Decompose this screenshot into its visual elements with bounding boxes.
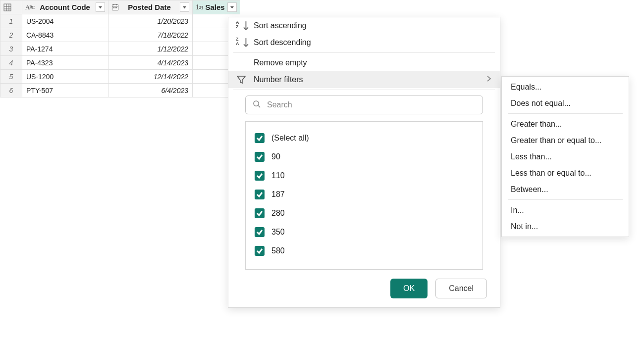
svg-rect-11	[115, 7, 116, 8]
filter-value-label: 90	[271, 152, 280, 161]
filter-in[interactable]: In...	[502, 202, 629, 218]
number-filters-item[interactable]: Number filters	[228, 71, 500, 88]
filter-less-than[interactable]: Less than...	[502, 148, 629, 165]
cell-date[interactable]: 6/4/2023	[108, 84, 193, 97]
row-number[interactable]: 4	[0, 56, 22, 70]
svg-rect-12	[116, 7, 117, 8]
checkbox-icon	[255, 152, 265, 162]
row-number[interactable]: 1	[0, 14, 22, 28]
text-type-icon: ABC	[25, 3, 34, 11]
column-label: Account Code	[37, 3, 93, 11]
ok-button[interactable]: OK	[390, 279, 428, 298]
table-row[interactable]: 1US-20041/20/2023	[0, 14, 240, 28]
menu-separator	[233, 90, 495, 90]
checkbox-icon	[255, 133, 265, 143]
sort-desc-icon: ZA	[236, 38, 247, 48]
cell-date[interactable]: 12/14/2022	[108, 70, 193, 84]
select-all-row[interactable]: (Select all)	[255, 129, 474, 147]
column-label: Sales	[206, 3, 225, 11]
cell-account[interactable]: US-2004	[22, 14, 108, 28]
filter-value-row[interactable]: 350	[255, 223, 474, 241]
menu-separator	[508, 199, 623, 200]
row-number[interactable]: 5	[0, 70, 22, 84]
filter-value-label: 580	[271, 246, 285, 255]
filter-equals[interactable]: Equals...	[502, 79, 629, 95]
chevron-right-icon	[485, 75, 492, 84]
column-filter-dropdown: AZ Sort ascending ZA Sort descending Rem…	[228, 17, 500, 308]
filter-icon	[236, 75, 247, 85]
table-row[interactable]: 4PA-43234/14/2023	[0, 56, 240, 70]
svg-marker-13	[183, 6, 186, 9]
column-header-posted-date[interactable]: Posted Date	[108, 0, 193, 14]
table-row[interactable]: 6PTY-5076/4/2023	[0, 84, 240, 97]
filter-gte[interactable]: Greater than or equal to...	[502, 132, 629, 148]
filter-value-label: 280	[271, 209, 285, 218]
filter-value-label: 187	[271, 190, 285, 199]
cell-account[interactable]: PTY-507	[22, 84, 108, 97]
svg-point-18	[254, 101, 259, 106]
cell-date[interactable]: 1/20/2023	[108, 14, 193, 28]
row-header-corner[interactable]	[0, 0, 22, 14]
column-filter-button[interactable]	[227, 2, 237, 12]
filter-values-list: (Select all) 90110187280350580	[245, 121, 483, 270]
table-row[interactable]: 2CA-88437/18/2022	[0, 28, 240, 42]
filter-value-row[interactable]: 90	[255, 147, 474, 166]
filter-search-box[interactable]	[245, 96, 483, 114]
svg-rect-0	[4, 4, 11, 11]
cell-date[interactable]: 1/12/2022	[108, 42, 193, 56]
column-filter-button[interactable]	[180, 2, 189, 12]
menu-separator	[233, 52, 495, 53]
column-filter-button[interactable]	[96, 2, 105, 12]
filter-does-not-equal[interactable]: Does not equal...	[502, 95, 629, 111]
table-row[interactable]: 3PA-12741/12/2022	[0, 42, 240, 56]
checkbox-icon	[255, 246, 265, 256]
row-number[interactable]: 3	[0, 42, 22, 56]
filter-between[interactable]: Between...	[502, 181, 629, 197]
table-row[interactable]: 5US-120012/14/2022	[0, 70, 240, 84]
remove-empty-item[interactable]: Remove empty	[228, 54, 500, 71]
search-icon	[253, 100, 261, 110]
svg-marker-5	[99, 6, 102, 9]
svg-marker-14	[230, 6, 234, 9]
filter-value-row[interactable]: 580	[255, 241, 474, 260]
date-type-icon	[111, 3, 119, 11]
filter-value-row[interactable]: 280	[255, 204, 474, 223]
filter-search-input[interactable]	[266, 100, 476, 110]
cell-date[interactable]: 7/18/2022	[108, 28, 193, 42]
filter-value-label: 350	[271, 228, 285, 237]
checkbox-icon	[255, 227, 265, 237]
filter-value-label: 110	[271, 171, 285, 180]
column-header-sales[interactable]: 123 Sales	[193, 0, 240, 14]
sort-asc-icon: AZ	[236, 21, 247, 31]
filter-value-row[interactable]: 110	[255, 166, 474, 185]
cell-date[interactable]: 4/14/2023	[108, 56, 193, 70]
filter-not-in[interactable]: Not in...	[502, 218, 629, 235]
row-number[interactable]: 2	[0, 28, 22, 42]
table-icon	[3, 3, 11, 11]
select-all-label: (Select all)	[271, 134, 309, 143]
sort-descending-item[interactable]: ZA Sort descending	[228, 34, 500, 51]
svg-rect-10	[113, 7, 114, 8]
svg-marker-17	[237, 76, 245, 83]
column-header-account-code[interactable]: ABC Account Code	[22, 0, 108, 14]
checkbox-icon	[255, 171, 265, 181]
cell-account[interactable]: PA-4323	[22, 56, 108, 70]
number-filters-submenu: Equals... Does not equal... Greater than…	[501, 76, 629, 237]
cell-account[interactable]: CA-8843	[22, 28, 108, 42]
number-type-icon: 123	[196, 3, 203, 11]
cancel-button[interactable]: Cancel	[435, 279, 487, 298]
row-number[interactable]: 6	[0, 84, 22, 97]
checkbox-icon	[255, 208, 265, 218]
filter-value-row[interactable]: 187	[255, 185, 474, 204]
svg-line-19	[258, 105, 260, 107]
cell-account[interactable]: PA-1274	[22, 42, 108, 56]
menu-separator	[508, 113, 623, 114]
sort-ascending-item[interactable]: AZ Sort ascending	[228, 17, 500, 34]
filter-lte[interactable]: Less than or equal to...	[502, 165, 629, 181]
column-label: Posted Date	[121, 3, 177, 11]
data-table: ABC Account Code Posted Date	[0, 0, 240, 97]
cell-account[interactable]: US-1200	[22, 70, 108, 84]
checkbox-icon	[255, 190, 265, 199]
filter-greater-than[interactable]: Greater than...	[502, 116, 629, 132]
